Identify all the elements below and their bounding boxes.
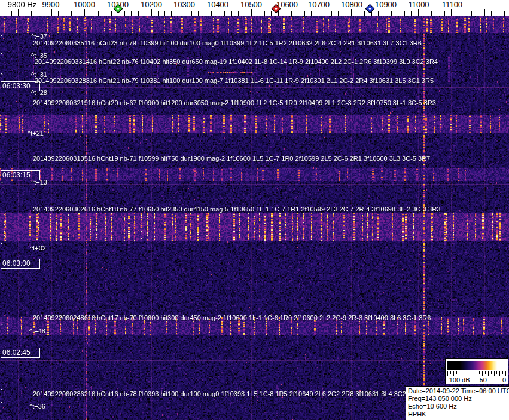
axis-tick: [285, 9, 285, 16]
axis-tick: [431, 11, 432, 16]
axis-tick: [331, 11, 332, 16]
axis-tick: [484, 9, 485, 16]
db-color-scale-legend: -100 dB -50 0: [445, 358, 508, 384]
legend-tick: [453, 371, 454, 376]
legend-tick: [494, 371, 495, 376]
info-frequency: Freq=143 050 000 Hz: [408, 395, 509, 403]
edge-tick-mark: `: [1, 75, 3, 79]
legend-label-mid: -50: [477, 376, 487, 384]
legend-tick: [502, 371, 503, 374]
axis-tick: [105, 11, 105, 16]
axis-tick: [31, 11, 32, 16]
axis-label-10500: 10500: [240, 0, 262, 9]
axis-tick: [158, 11, 159, 16]
axis-tick: [178, 11, 178, 16]
legend-label-max: 0: [502, 376, 506, 384]
edge-tick-mark: `: [1, 183, 3, 187]
axis-tick: [291, 11, 292, 16]
axis-tick: [231, 11, 232, 16]
axis-tick: [164, 11, 165, 16]
edge-tick-mark: `: [1, 391, 3, 394]
axis-tick: [385, 9, 385, 16]
event-log-line: 20140922060248616 hCnt17 nb-70 f10600 hi…: [33, 314, 431, 321]
axis-tick: [238, 11, 239, 16]
legend-tick: [456, 371, 457, 374]
axis-label-10700: 10700: [308, 0, 330, 9]
axis-tick: [438, 11, 438, 16]
axis-label-10900: 10900: [375, 0, 397, 9]
axis-tick: [458, 11, 458, 16]
axis-tick: [151, 9, 152, 16]
axis-label-10800: 10800: [341, 0, 362, 9]
time-label: 06:03:00: [1, 259, 40, 269]
axis-tick: [418, 9, 419, 16]
legend-tick: [468, 371, 468, 374]
event-log-line: 20140922060321916 hCnt20 nb-67 f10900 hi…: [33, 99, 436, 106]
legend-tick: [479, 371, 480, 374]
marker-blue-diamond[interactable]: [365, 4, 375, 14]
axis-tick: [398, 11, 398, 16]
marker-center-dot: [275, 7, 277, 10]
edge-tick-mark: `: [1, 37, 3, 41]
legend-tick: [471, 371, 471, 376]
axis-tick: [351, 9, 352, 16]
axis-tick: [451, 9, 452, 16]
axis-label-9800-Hz: 9800 Hz: [8, 0, 36, 9]
event-tag: ^t+13: [31, 179, 47, 186]
axis-tick: [498, 11, 498, 16]
axis-tick: [92, 11, 92, 16]
axis-tick: [425, 11, 425, 16]
info-station: HPHK: [408, 410, 509, 418]
legend-tick: [488, 371, 489, 376]
axis-tick: [411, 11, 412, 16]
axis-tick: [258, 11, 258, 16]
axis-tick: [391, 11, 392, 16]
axis-tick: [11, 11, 12, 16]
axis-label-10000: 10000: [74, 0, 95, 9]
spectrogram-app-window: 9800 Hz990010000101001020010300104001050…: [0, 0, 509, 420]
edge-tick-mark: `: [1, 127, 3, 130]
info-echo: Echo=10 600 Hz: [408, 403, 509, 410]
axis-tick: [264, 11, 265, 16]
axis-tick: [298, 11, 298, 16]
axis-tick: [465, 11, 465, 16]
axis-tick: [278, 11, 279, 16]
axis-tick: [131, 11, 132, 16]
spectrogram-area[interactable]: 06:03:3006:03:1506:03:0006:02:45^t+37^t+…: [0, 16, 509, 420]
event-tag: ^t+36: [29, 403, 45, 410]
legend-tick: [462, 371, 462, 374]
legend-tick: [499, 371, 500, 376]
axis-tick: [205, 11, 205, 16]
axis-tick: [404, 11, 405, 16]
axis-tick: [345, 11, 345, 16]
axis-tick: [364, 11, 365, 16]
axis-label-10200: 10200: [141, 0, 162, 9]
axis-tick: [491, 11, 492, 16]
axis-tick: [71, 11, 72, 16]
event-log-line: 20140922060328816 hCnt21 nb-79 f10381 hi…: [35, 77, 434, 84]
info-date-time: Date=2014-09-22 Time=06:00 UTC: [408, 387, 509, 395]
axis-tick: [5, 11, 5, 16]
axis-tick: [378, 11, 379, 16]
axis-tick: [58, 11, 59, 16]
axis-label-9900: 9900: [42, 0, 60, 9]
axis-tick: [18, 9, 19, 16]
legend-tick: [496, 371, 497, 374]
legend-tick: [447, 371, 448, 376]
event-tag: ^t+21: [28, 130, 44, 137]
axis-tick: [171, 11, 172, 16]
event-log-line: 20140922060331416 hCnt22 nb-76 f10402 hi…: [35, 58, 438, 65]
axis-tick: [311, 11, 312, 16]
axis-tick: [38, 11, 38, 16]
axis-tick: [111, 11, 112, 16]
legend-tick: [505, 371, 506, 376]
axis-tick: [78, 11, 78, 16]
axis-label-11000: 11000: [408, 0, 429, 9]
axis-tick: [504, 11, 505, 16]
axis-tick: [98, 11, 99, 16]
edge-tick-mark: `: [1, 245, 3, 249]
axis-tick: [198, 11, 199, 16]
axis-tick: [371, 11, 372, 16]
legend-tick: [450, 371, 451, 374]
axis-tick: [25, 11, 25, 16]
